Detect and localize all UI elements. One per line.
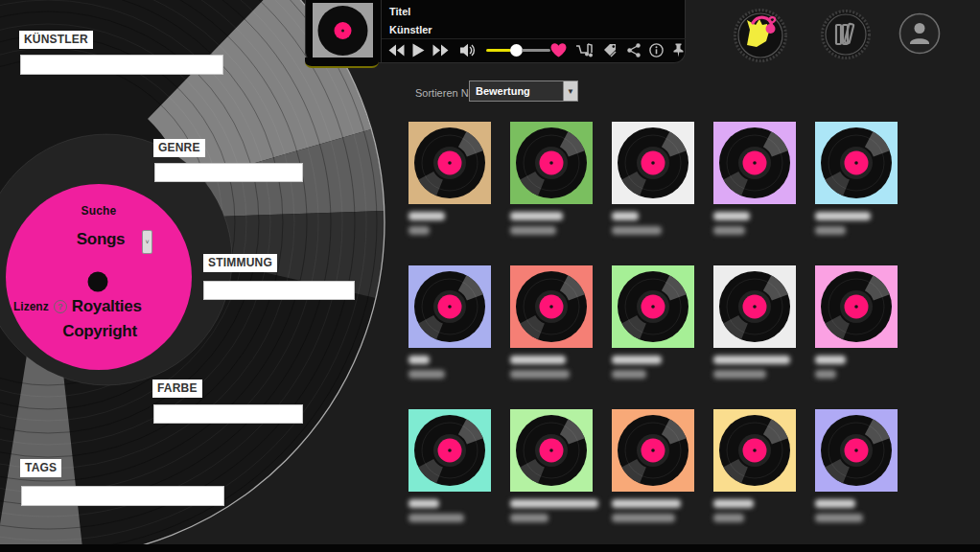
album-card[interactable]: [408, 122, 491, 235]
farbe-filter-label: FARBE: [152, 380, 202, 398]
license-options-row: Lizenz ? Royalties: [13, 297, 142, 316]
album-cover-art[interactable]: [713, 409, 796, 492]
favorite-heart-icon[interactable]: [550, 43, 567, 58]
library-button[interactable]: [821, 10, 871, 59]
home-logo-button[interactable]: [734, 9, 787, 62]
copyright-option[interactable]: Copyright: [38, 322, 161, 341]
album-cover-art[interactable]: [815, 265, 898, 348]
sort-selected-value: Bewertung: [470, 81, 563, 101]
album-title-blurred: [408, 356, 430, 364]
album-artist-blurred: [713, 226, 745, 235]
tag-icon[interactable]: [602, 43, 618, 58]
share-icon[interactable]: [627, 43, 641, 58]
album-card[interactable]: [510, 265, 593, 379]
album-card[interactable]: [612, 265, 694, 379]
album-artist-blurred: [815, 514, 863, 522]
album-title-blurred: [510, 212, 563, 220]
player-divider: [381, 0, 382, 62]
chevron-down-icon: ˅: [145, 239, 149, 245]
album-grid: [408, 122, 898, 522]
search-type-dropdown[interactable]: ˅: [142, 230, 152, 254]
vinyl-record-icon: [713, 409, 796, 492]
profile-button[interactable]: [898, 12, 941, 55]
album-cover-art[interactable]: [612, 122, 694, 204]
kuenstler-filter-input[interactable]: [20, 55, 223, 75]
album-cover-art[interactable]: [815, 122, 898, 204]
genre-filter-input[interactable]: [154, 163, 303, 182]
album-artist-blurred: [612, 370, 646, 379]
album-title-blurred: [815, 499, 855, 508]
album-card[interactable]: [713, 122, 796, 235]
album-title-blurred: [713, 356, 790, 364]
slider-filled-track: [486, 49, 511, 52]
kuenstler-filter-label: KÜNSTLER: [19, 31, 93, 49]
farbe-filter-input[interactable]: [153, 404, 303, 424]
genre-filter-label: GENRE: [153, 139, 205, 157]
album-artist-blurred: [713, 370, 766, 379]
play-button[interactable]: [412, 43, 425, 58]
now-playing-thumbnail[interactable]: [313, 3, 373, 58]
now-playing-vinyl-icon: [313, 3, 373, 58]
slider-empty-track: [522, 49, 550, 52]
fast-forward-button[interactable]: [432, 44, 449, 57]
album-card[interactable]: [408, 265, 491, 379]
album-cover-art[interactable]: [612, 409, 694, 492]
info-icon[interactable]: [649, 43, 664, 58]
vinyl-record-icon: [510, 122, 593, 204]
album-cover-art[interactable]: [510, 265, 593, 348]
album-title-blurred: [815, 212, 871, 220]
royalties-option[interactable]: Royalties: [72, 297, 142, 316]
album-cover-art[interactable]: [713, 122, 796, 204]
album-title-blurred: [612, 356, 662, 364]
vinyl-record-icon: [408, 122, 491, 204]
album-card[interactable]: [815, 409, 898, 522]
stimmung-filter-input[interactable]: [203, 281, 355, 300]
album-artist-blurred: [408, 226, 430, 235]
album-cover-art[interactable]: [408, 265, 491, 348]
album-card[interactable]: [510, 409, 593, 522]
album-card[interactable]: [713, 265, 796, 379]
album-cover-art[interactable]: [815, 409, 898, 492]
album-cover-art[interactable]: [713, 265, 796, 348]
seek-slider[interactable]: [486, 44, 550, 57]
rewind-button[interactable]: [388, 44, 405, 57]
vinyl-record-icon: [612, 265, 694, 348]
lizenz-label: Lizenz: [13, 300, 49, 313]
player-bar: Titel Künstler: [305, 0, 686, 63]
album-title-blurred: [408, 499, 439, 508]
vinyl-record-icon: [713, 122, 796, 204]
album-cover-art[interactable]: [510, 122, 593, 204]
vinyl-record-icon: [408, 409, 491, 492]
chevron-down-icon: ▼: [563, 81, 577, 101]
cart-music-icon[interactable]: [575, 43, 594, 58]
album-artist-blurred: [612, 514, 675, 522]
vinyl-record-icon: [612, 409, 694, 492]
album-card[interactable]: [510, 122, 593, 235]
help-icon[interactable]: ?: [54, 300, 67, 313]
album-title-blurred: [612, 212, 639, 220]
vinyl-record-icon: [713, 265, 796, 348]
bottom-bar: [0, 544, 980, 552]
sort-by-select[interactable]: Bewertung ▼: [469, 80, 578, 102]
album-title-blurred: [612, 499, 681, 508]
album-artist-blurred: [612, 226, 662, 235]
tags-filter-input[interactable]: [21, 486, 224, 506]
album-cover-art[interactable]: [612, 265, 694, 348]
album-cover-art[interactable]: [408, 122, 491, 204]
album-card[interactable]: [815, 265, 898, 379]
album-cover-art[interactable]: [408, 409, 491, 492]
pin-icon[interactable]: [672, 43, 685, 58]
album-card[interactable]: [612, 409, 694, 522]
album-cover-art[interactable]: [510, 409, 593, 492]
volume-icon[interactable]: [460, 43, 477, 58]
vinyl-record-icon: [612, 122, 694, 204]
album-artist-blurred: [713, 514, 744, 522]
album-card[interactable]: [408, 409, 491, 522]
album-card[interactable]: [713, 409, 796, 522]
album-artist-blurred: [408, 370, 445, 379]
album-card[interactable]: [612, 122, 694, 235]
vinyl-record-icon: [510, 409, 593, 492]
album-card[interactable]: [815, 122, 898, 235]
album-title-blurred: [408, 212, 445, 220]
album-artist-blurred: [815, 226, 846, 235]
